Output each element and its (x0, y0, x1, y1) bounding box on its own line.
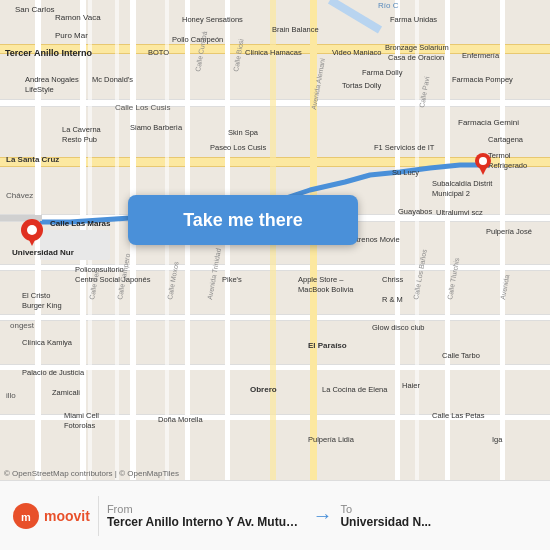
route-to-section: To Universidad N... (340, 503, 538, 529)
svg-text:Burger King: Burger King (22, 301, 62, 310)
svg-rect-35 (115, 0, 119, 480)
svg-rect-37 (415, 0, 419, 480)
moovit-branding: m moovit (12, 502, 90, 530)
moovit-logo-icon: m (12, 502, 40, 530)
svg-text:Andrea Nogales: Andrea Nogales (25, 75, 79, 84)
svg-text:La Santa Cruz: La Santa Cruz (6, 155, 59, 164)
svg-marker-127 (27, 236, 37, 246)
svg-point-126 (27, 225, 37, 235)
svg-text:Refrigerado: Refrigerado (488, 161, 527, 170)
svg-text:LifeStyle: LifeStyle (25, 85, 54, 94)
to-place-text: Universidad N... (340, 515, 538, 529)
svg-text:Farma Unidas: Farma Unidas (390, 15, 437, 24)
svg-text:Palacio de Justicia: Palacio de Justicia (22, 368, 85, 377)
svg-text:Casa de Oracion: Casa de Oracion (388, 53, 444, 62)
svg-text:Cartagena: Cartagena (488, 135, 524, 144)
svg-text:Calle Tarbo: Calle Tarbo (442, 351, 480, 360)
svg-text:Enfermería: Enfermería (462, 51, 500, 60)
origin-pin (474, 152, 492, 176)
svg-text:Subalcaldía Distrit: Subalcaldía Distrit (432, 179, 493, 188)
svg-text:Pulpería José: Pulpería José (486, 227, 532, 236)
from-place-text: Tercer Anillo Interno Y Av. Mutuali... (107, 515, 305, 529)
divider (98, 496, 99, 536)
svg-text:Pollo Campeón: Pollo Campeón (172, 35, 223, 44)
svg-text:Zamicali: Zamicali (52, 388, 80, 397)
svg-text:El Cristo: El Cristo (22, 291, 50, 300)
svg-text:Skin Spa: Skin Spa (228, 128, 259, 137)
moovit-brand-text: moovit (44, 508, 90, 524)
svg-text:illo: illo (6, 391, 16, 400)
svg-text:Río C: Río C (378, 1, 399, 10)
from-label: From (107, 503, 305, 515)
svg-text:Brain Balance: Brain Balance (272, 25, 319, 34)
take-me-there-button[interactable]: Take me there (128, 195, 358, 245)
svg-text:Video Maniaco: Video Maniaco (332, 48, 381, 57)
svg-text:Calle Las Maras: Calle Las Maras (50, 219, 111, 228)
svg-text:Resto Pub: Resto Pub (62, 135, 97, 144)
svg-text:Honey Sensations: Honey Sensations (182, 15, 243, 24)
svg-text:Su Lucy: Su Lucy (392, 168, 419, 177)
svg-marker-130 (479, 167, 487, 175)
svg-text:Tortas Dolly: Tortas Dolly (342, 81, 381, 90)
svg-text:F1 Servicios de IT: F1 Servicios de IT (374, 143, 435, 152)
destination-pin (20, 218, 44, 248)
svg-text:Guayabos: Guayabos (398, 207, 432, 216)
to-label: To (340, 503, 538, 515)
svg-text:Farmacia Gemini: Farmacia Gemini (458, 118, 519, 127)
svg-text:R & M: R & M (382, 295, 403, 304)
svg-text:Obrero: Obrero (250, 385, 277, 394)
svg-text:Farmacia Pompey: Farmacia Pompey (452, 75, 513, 84)
svg-text:Centro Social Japonés: Centro Social Japonés (75, 275, 151, 284)
svg-text:Bronzage Solarium: Bronzage Solarium (385, 43, 449, 52)
route-from-section: From Tercer Anillo Interno Y Av. Mutuali… (107, 503, 305, 529)
svg-text:Clínica Hamacas: Clínica Hamacas (245, 48, 302, 57)
svg-rect-38 (445, 0, 449, 480)
svg-text:Puro Mar: Puro Mar (55, 31, 88, 40)
svg-text:Municipal 2: Municipal 2 (432, 189, 470, 198)
svg-text:Calle Las Petas: Calle Las Petas (432, 411, 485, 420)
svg-text:Universidad Nur: Universidad Nur (12, 248, 74, 257)
svg-text:Mc Donald's: Mc Donald's (92, 75, 133, 84)
svg-text:Apple Store –: Apple Store – (298, 275, 344, 284)
svg-text:San Carlos: San Carlos (15, 5, 55, 14)
svg-text:Siamo Barberìa: Siamo Barberìa (130, 123, 183, 132)
svg-text:Haier: Haier (402, 381, 420, 390)
svg-text:El Paraíso: El Paraíso (308, 341, 347, 350)
map-area: San Carlos Ramon Vaca Puro Mar Tercer An… (0, 0, 550, 480)
svg-point-129 (479, 157, 487, 165)
svg-text:Miami Cell: Miami Cell (64, 411, 99, 420)
svg-text:Farma Dolly: Farma Dolly (362, 68, 403, 77)
svg-text:La Caverna: La Caverna (62, 125, 102, 134)
svg-text:Tercer Anillo Interno: Tercer Anillo Interno (5, 48, 93, 58)
svg-text:MacBook Bolivia: MacBook Bolivia (298, 285, 354, 294)
svg-text:Ramon Vaca: Ramon Vaca (55, 13, 101, 22)
app-container: San Carlos Ramon Vaca Puro Mar Tercer An… (0, 0, 550, 550)
svg-text:Doña Morella: Doña Morella (158, 415, 203, 424)
button-label-text: Take me there (183, 210, 303, 231)
svg-text:Pike's: Pike's (222, 275, 242, 284)
svg-text:Iga: Iga (492, 435, 503, 444)
svg-text:Chávez: Chávez (6, 191, 33, 200)
svg-text:Pulpería Lidia: Pulpería Lidia (308, 435, 355, 444)
svg-text:m: m (21, 511, 31, 523)
svg-rect-33 (500, 0, 505, 480)
svg-text:BOTO: BOTO (148, 48, 169, 57)
svg-text:Paseo Los Cusis: Paseo Los Cusis (210, 143, 267, 152)
svg-text:ongest: ongest (10, 321, 35, 330)
svg-text:La Cocina de Elena: La Cocina de Elena (322, 385, 388, 394)
svg-text:Glow disco club: Glow disco club (372, 323, 425, 332)
svg-text:Ultralumvi scz: Ultralumvi scz (436, 208, 483, 217)
svg-text:Chriss: Chriss (382, 275, 404, 284)
route-arrow: → (312, 504, 332, 527)
svg-text:Calle Los Cusis: Calle Los Cusis (115, 103, 171, 112)
svg-text:Clínica Kamiya: Clínica Kamiya (22, 338, 73, 347)
map-copyright: © OpenStreetMap contributors | © OpenMap… (4, 469, 179, 478)
svg-text:Fotorolas: Fotorolas (64, 421, 96, 430)
bottom-bar: m moovit From Tercer Anillo Interno Y Av… (0, 480, 550, 550)
